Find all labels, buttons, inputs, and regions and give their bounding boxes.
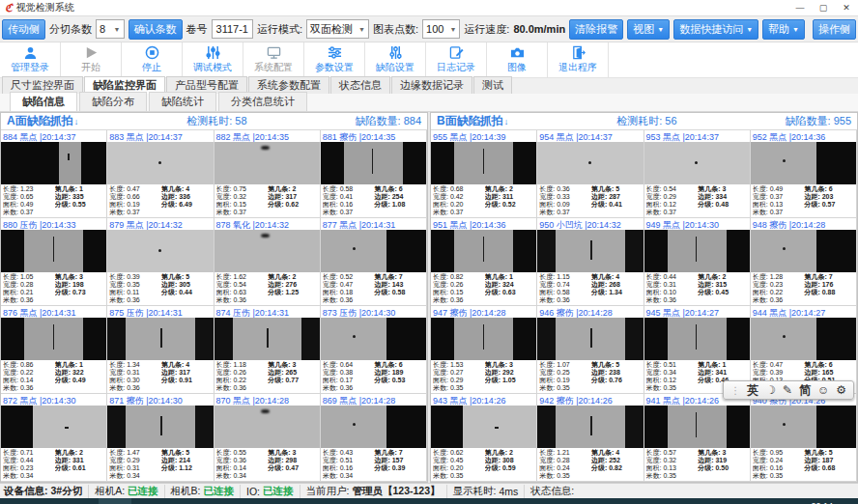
pen-icon[interactable]: ✎: [783, 383, 792, 397]
subtab-class-stats[interactable]: 分类信息统计: [218, 92, 307, 111]
taskbar-app-browser[interactable]: [66, 498, 99, 504]
defect-thumbnail[interactable]: [214, 230, 320, 272]
defect-cell[interactable]: 941 黑点 |20:14:26 长度: 0.57宽度: 0.32面积: 0.1…: [644, 394, 751, 482]
defect-thumbnail[interactable]: [107, 406, 213, 448]
defect-thumbnail[interactable]: [537, 318, 643, 360]
view-menu-button[interactable]: 视图▼: [627, 19, 670, 40]
defect-thumbnail[interactable]: [214, 406, 320, 448]
confirm-count-button[interactable]: 确认条数: [129, 19, 183, 40]
gear-icon[interactable]: ⚙: [836, 383, 846, 397]
roll-number-input[interactable]: 3117-1: [212, 19, 253, 39]
defect-cell[interactable]: 869 黑点 |20:14:28 长度: 0.43宽度: 0.51面积: 0.1…: [321, 394, 427, 482]
defect-thumbnail[interactable]: [1, 318, 106, 360]
exit-program-button[interactable]: 退出程序: [548, 42, 609, 77]
admin-login-button[interactable]: 管理登录: [0, 42, 61, 77]
defect-thumbnail[interactable]: [214, 318, 320, 360]
defect-thumbnail[interactable]: [1, 230, 106, 272]
defect-thumbnail[interactable]: [107, 318, 213, 360]
stop-button[interactable]: 停止: [122, 42, 183, 77]
defect-cell[interactable]: 950 小凹坑 |20:14:32 长度: 1.15宽度: 0.74面积: 0.…: [537, 218, 644, 306]
drive-side-button[interactable]: 传动侧: [2, 19, 45, 40]
defect-cell[interactable]: 940 擦伤 |20:14:26 长度: 0.95宽度: 0.24面积: 0.1…: [751, 394, 857, 482]
quick-access-menu-button[interactable]: 数据快捷访问▼: [673, 19, 758, 40]
defect-thumbnail[interactable]: [107, 230, 213, 272]
defect-thumbnail[interactable]: [321, 142, 426, 184]
defect-cell[interactable]: 942 擦伤 |20:14:26 长度: 1.21宽度: 0.28面积: 0.2…: [537, 394, 644, 482]
defect-thumbnail[interactable]: [321, 406, 426, 448]
defect-cell[interactable]: 882 黑点 |20:14:35 长度: 0.75宽度: 0.32面积: 0.1…: [214, 130, 321, 218]
defect-cell[interactable]: 948 擦伤 |20:14:28 长度: 1.28宽度: 0.23面积: 0.2…: [751, 218, 857, 306]
operator-side-button[interactable]: 操作侧: [813, 19, 856, 40]
drag-handle-icon[interactable]: ⋮: [730, 385, 740, 396]
help-menu-button[interactable]: 帮助▼: [762, 19, 805, 40]
emoji-icon[interactable]: ☺: [817, 383, 829, 397]
taskbar-clock[interactable]: 20:14 2025/2/10: [794, 501, 833, 504]
system-config-button[interactable]: 系统配置: [243, 42, 304, 77]
sort-arrow-icon[interactable]: ↓: [504, 117, 509, 126]
defect-thumbnail[interactable]: [321, 230, 426, 272]
defect-thumbnail[interactable]: [537, 230, 643, 272]
defect-cell[interactable]: 949 黑点 |20:14:30 长度: 0.44宽度: 0.31面积: 0.1…: [644, 218, 751, 306]
log-record-button[interactable]: 日志记录: [426, 42, 487, 77]
defect-thumbnail[interactable]: [214, 142, 320, 184]
defect-thumbnail[interactable]: [751, 142, 856, 184]
defect-thumbnail[interactable]: [431, 318, 536, 360]
defect-cell[interactable]: 884 黑点 |20:14:37 长度: 1.23宽度: 0.65面积: 0.4…: [1, 130, 107, 218]
defect-cell[interactable]: 883 黑点 |20:14:37 长度: 0.47宽度: 0.66面积: 0.1…: [107, 130, 214, 218]
tab-status-info[interactable]: 状态信息: [330, 76, 390, 94]
split-count-select[interactable]: 8▼: [96, 19, 125, 39]
parameter-settings-button[interactable]: 参数设置: [304, 42, 365, 77]
defect-cell[interactable]: 880 压伤 |20:14:33 长度: 1.05宽度: 0.28面积: 0.2…: [1, 218, 107, 306]
defect-thumbnail[interactable]: [644, 318, 750, 360]
defect-cell[interactable]: 881 擦伤 |20:14:35 长度: 0.58宽度: 0.41面积: 0.1…: [321, 130, 427, 218]
debug-mode-button[interactable]: 调试模式: [183, 42, 243, 77]
start-button[interactable]: 开始: [61, 42, 122, 77]
maximize-button[interactable]: ▢: [812, 1, 835, 14]
defect-cell[interactable]: 873 压伤 |20:14:30 长度: 0.64宽度: 0.38面积: 0.1…: [321, 306, 427, 394]
tab-edge-data[interactable]: 边缘数据记录: [391, 76, 472, 94]
defect-thumbnail[interactable]: [107, 142, 213, 184]
defect-thumbnail[interactable]: [751, 406, 856, 448]
ime-simplified-button[interactable]: 简: [799, 382, 811, 399]
defect-thumbnail[interactable]: [1, 406, 106, 448]
defect-thumbnail[interactable]: [1, 142, 106, 184]
subtab-defect-distribution[interactable]: 缺陷分布: [79, 92, 147, 111]
minimize-button[interactable]: —: [788, 1, 812, 14]
run-mode-select[interactable]: 双面检测▼: [306, 19, 369, 39]
defect-thumbnail[interactable]: [644, 142, 750, 184]
taskbar-app-vision-system[interactable]: ℭ: [99, 498, 131, 504]
defect-thumbnail[interactable]: [644, 230, 750, 272]
defect-cell[interactable]: 874 压伤 |20:14:31 长度: 1.18宽度: 0.26面积: 0.2…: [214, 306, 321, 394]
ime-toolbar[interactable]: ⋮ 英 ☽ ✎ 简 ☺ ⚙: [723, 380, 854, 400]
defect-cell[interactable]: 871 擦伤 |20:14:30 长度: 1.47宽度: 0.29面积: 0.3…: [107, 394, 214, 482]
defect-cell[interactable]: 870 黑点 |20:14:28 长度: 0.55宽度: 0.36面积: 0.1…: [214, 394, 321, 482]
defect-cell[interactable]: 955 黑点 |20:14:39 长度: 0.68宽度: 0.42面积: 0.2…: [431, 130, 537, 218]
subtab-defect-info[interactable]: 缺陷信息: [10, 92, 77, 111]
task-view-button[interactable]: [33, 498, 66, 504]
defect-cell[interactable]: 877 黑点 |20:14:31 长度: 0.52宽度: 0.47面积: 0.1…: [321, 218, 427, 306]
defect-thumbnail[interactable]: [321, 318, 426, 360]
defect-cell[interactable]: 872 黑点 |20:14:30 长度: 0.71宽度: 0.44面积: 0.2…: [1, 394, 107, 482]
defect-cell[interactable]: 875 压伤 |20:14:31 长度: 1.34宽度: 0.31面积: 0.3…: [107, 306, 214, 394]
clear-alarm-button[interactable]: 清除报警: [569, 19, 623, 40]
defect-cell[interactable]: 879 黑点 |20:14:32 长度: 0.39宽度: 0.35面积: 0.1…: [107, 218, 214, 306]
defect-thumbnail[interactable]: [431, 230, 536, 272]
night-mode-icon[interactable]: ☽: [765, 383, 776, 397]
defect-cell[interactable]: 878 氧化 |20:14:32 长度: 1.62宽度: 0.54面积: 0.6…: [214, 218, 321, 306]
defect-cell[interactable]: 951 黑点 |20:14:36 长度: 0.82宽度: 0.26面积: 0.1…: [431, 218, 537, 306]
image-button[interactable]: 图像: [487, 42, 548, 77]
defect-thumbnail[interactable]: [537, 406, 643, 448]
defect-cell[interactable]: 954 黑点 |20:14:37 长度: 0.36宽度: 0.33面积: 0.0…: [537, 130, 644, 218]
defect-thumbnail[interactable]: [431, 406, 536, 448]
defect-cell[interactable]: 947 擦伤 |20:14:28 长度: 1.53宽度: 0.27面积: 0.2…: [431, 306, 537, 394]
chart-points-select[interactable]: 100▼: [422, 19, 460, 39]
defect-thumbnail[interactable]: [431, 142, 536, 184]
subtab-defect-stats[interactable]: 缺陷统计: [149, 92, 216, 111]
defect-thumbnail[interactable]: [751, 230, 856, 272]
close-button[interactable]: ✕: [835, 1, 858, 14]
defect-cell[interactable]: 946 擦伤 |20:14:28 长度: 1.07宽度: 0.25面积: 0.1…: [537, 306, 644, 394]
defect-cell[interactable]: 953 黑点 |20:14:37 长度: 0.54宽度: 0.29面积: 0.1…: [644, 130, 751, 218]
defect-cell[interactable]: 943 黑点 |20:14:26 长度: 0.62宽度: 0.45面积: 0.2…: [431, 394, 537, 482]
defect-thumbnail[interactable]: [537, 142, 643, 184]
defect-thumbnail[interactable]: [644, 406, 750, 448]
